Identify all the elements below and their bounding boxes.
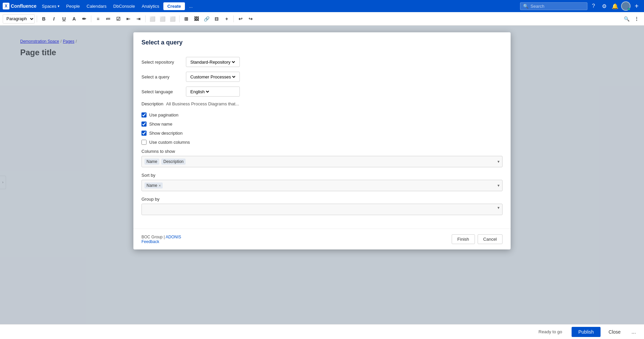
notifications-button[interactable]: 🔔 — [610, 1, 620, 11]
add-button[interactable]: + — [632, 1, 641, 11]
align-left-button[interactable]: ⬜ — [148, 14, 157, 24]
language-select[interactable]: English — [186, 87, 240, 97]
dialog-footer: BOC Group | ADONIS Feedback Finish Cance… — [133, 229, 511, 249]
toolbar-right: 🔍 ⋮ — [622, 14, 641, 24]
select-query-dialog: Select a query Select repository Standar… — [133, 32, 511, 249]
close-button[interactable]: Close — [605, 327, 625, 337]
brand-name: Confluence — [11, 3, 36, 9]
show-name-row: Show name — [141, 122, 503, 127]
settings-button[interactable]: ⚙ — [600, 1, 609, 11]
group-by-dropdown-arrow: ▾ — [497, 205, 500, 210]
use-custom-columns-label[interactable]: Use custom columns — [149, 140, 190, 145]
repository-dropdown[interactable]: Standard-Repository — [189, 59, 236, 65]
image-button[interactable]: 🖼 — [192, 14, 201, 24]
dbconsole-nav-btn[interactable]: DbConsole — [110, 2, 137, 10]
bold-button[interactable]: B — [39, 14, 49, 24]
toolbar-divider-3 — [145, 15, 146, 22]
people-nav-btn[interactable]: People — [64, 2, 83, 10]
query-row: Select a query Customer Processes — [141, 72, 503, 82]
sort-by-remove[interactable]: × — [159, 183, 161, 188]
insert-button[interactable]: + — [222, 14, 231, 24]
outdent-button[interactable]: ⇤ — [124, 14, 133, 24]
query-select[interactable]: Customer Processes — [186, 72, 240, 82]
dialog-overlay: Select a query Select repository Standar… — [0, 26, 644, 339]
sort-by-label: Sort by — [141, 173, 503, 178]
redo-button[interactable]: ↪ — [246, 14, 255, 24]
description-label: Description — [141, 101, 163, 106]
more-options-button[interactable]: ... — [629, 328, 639, 336]
online-indicator — [627, 8, 630, 10]
chevron-down-icon: ▾ — [58, 4, 60, 8]
avatar[interactable] — [621, 1, 631, 11]
paragraph-select[interactable]: Paragraph — [3, 14, 35, 24]
language-dropdown[interactable]: English — [189, 89, 210, 95]
sort-by-select[interactable]: Name × ▾ — [141, 180, 503, 191]
status-text: Ready to go — [5, 329, 568, 334]
checkbox-button[interactable]: ☑ — [114, 14, 123, 24]
description-row: Description All Business Process Diagram… — [141, 101, 503, 106]
highlight-button[interactable]: ✏ — [79, 14, 89, 24]
align-center-button[interactable]: ⬜ — [158, 14, 167, 24]
group-by-section: Group by ▾ — [141, 197, 503, 215]
nav-right: 🔍 ? ⚙ 🔔 + — [520, 1, 641, 11]
table-button[interactable]: ⊞ — [182, 14, 191, 24]
repository-label: Select repository — [141, 60, 182, 65]
show-description-label[interactable]: Show description — [149, 131, 183, 136]
feedback-link[interactable]: Feedback — [141, 239, 159, 244]
align-right-button[interactable]: ⬜ — [168, 14, 177, 24]
editor-content: Demonstration Space / Pages / Page title… — [0, 26, 644, 339]
group-by-label: Group by — [141, 197, 503, 202]
calendars-nav-btn[interactable]: Calendars — [84, 2, 109, 10]
italic-button[interactable]: I — [49, 14, 59, 24]
bottom-bar: Ready to go Publish Close ... — [0, 324, 644, 339]
help-button[interactable]: ? — [589, 1, 598, 11]
columns-to-show-section: Columns to show Name Description ▾ — [141, 149, 503, 167]
more-toolbar-button[interactable]: ⋮ — [632, 14, 641, 24]
undo-button[interactable]: ↩ — [236, 14, 245, 24]
columns-button[interactable]: ⊟ — [212, 14, 221, 24]
underline-button[interactable]: U — [59, 14, 69, 24]
use-pagination-label[interactable]: Use pagination — [149, 112, 179, 117]
search-toolbar-button[interactable]: 🔍 — [622, 14, 631, 24]
use-pagination-row: Use pagination — [141, 112, 503, 117]
more-nav-btn[interactable]: ... — [186, 2, 195, 10]
repository-select[interactable]: Standard-Repository — [186, 57, 240, 67]
editor-area: › Demonstration Space / Pages / Page tit… — [0, 26, 644, 339]
dialog-body: Select repository Standard-Repository Se… — [133, 52, 511, 226]
analytics-nav-btn[interactable]: Analytics — [139, 2, 162, 10]
columns-dropdown-arrow: ▾ — [497, 159, 500, 164]
toolbar-divider-4 — [179, 15, 180, 22]
use-pagination-checkbox[interactable] — [141, 112, 147, 117]
publish-button[interactable]: Publish — [572, 327, 601, 337]
footer-brand: BOC Group | ADONIS Feedback — [141, 235, 181, 244]
create-button[interactable]: Create — [163, 2, 185, 10]
finish-button[interactable]: Finish — [452, 234, 475, 244]
show-name-label[interactable]: Show name — [149, 122, 172, 127]
spaces-menu[interactable]: Spaces ▾ — [39, 2, 62, 10]
group-by-select[interactable]: ▾ — [141, 204, 503, 215]
x-icon: X — [3, 3, 9, 9]
dialog-header: Select a query — [133, 32, 511, 52]
language-label: Select language — [141, 89, 182, 94]
description-text: All Business Process Diagrams that... — [166, 101, 239, 106]
sort-by-tag: Name × — [144, 182, 163, 189]
sort-by-section: Sort by Name × ▾ — [141, 173, 503, 191]
search-input[interactable] — [530, 4, 584, 9]
link-button[interactable]: 🔗 — [202, 14, 211, 24]
columns-to-show-select[interactable]: Name Description ▾ — [141, 156, 503, 167]
repository-row: Select repository Standard-Repository — [141, 57, 503, 67]
adonis-link[interactable]: ADONIS — [166, 235, 181, 239]
use-custom-columns-checkbox[interactable] — [141, 140, 147, 145]
confluence-logo[interactable]: X Confluence — [3, 3, 36, 9]
search-box[interactable]: 🔍 — [520, 2, 587, 10]
language-row: Select language English — [141, 87, 503, 97]
text-color-button[interactable]: A — [69, 14, 79, 24]
numbered-list-button[interactable]: ≔ — [103, 14, 113, 24]
bullet-list-button[interactable]: ≡ — [93, 14, 103, 24]
show-name-checkbox[interactable] — [141, 122, 147, 127]
indent-button[interactable]: ⇥ — [134, 14, 143, 24]
query-dropdown[interactable]: Customer Processes — [189, 74, 236, 80]
show-description-checkbox[interactable] — [141, 131, 147, 136]
dialog-title: Select a query — [141, 39, 503, 46]
cancel-button[interactable]: Cancel — [478, 234, 503, 244]
